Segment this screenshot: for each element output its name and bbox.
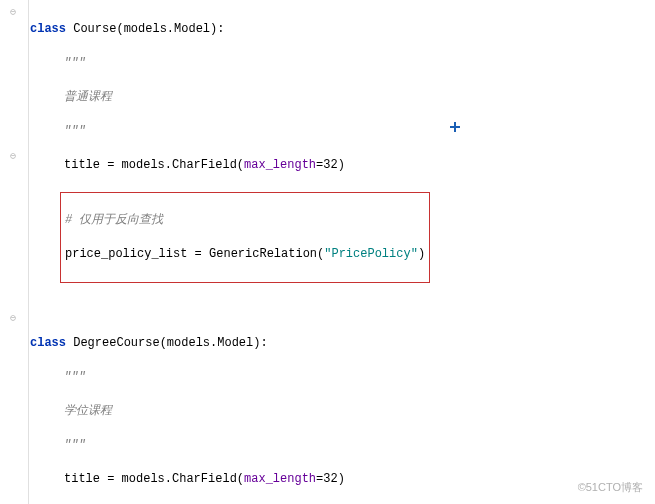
field-title: title = models.CharField(max_length=32) xyxy=(30,157,655,174)
class-decl-degreecourse: class DegreeCourse(models.Model): xyxy=(30,335,655,352)
watermark: ©51CTO博客 xyxy=(578,479,643,496)
docstring-degree: 学位课程 xyxy=(30,403,655,420)
docstring-quote: """ xyxy=(30,123,655,140)
fold-marker[interactable]: ⊖ xyxy=(10,310,16,327)
docstring-quote: """ xyxy=(30,437,655,454)
fold-marker[interactable]: ⊖ xyxy=(10,4,16,21)
code-editor[interactable]: class Course(models.Model): """ 普通课程 """… xyxy=(0,0,655,504)
field-price-policy-list: price_policy_list = GenericRelation("Pri… xyxy=(65,246,425,263)
fold-marker[interactable]: ⊖ xyxy=(10,148,16,165)
gutter: ⊖ ⊖ ⊖ xyxy=(0,0,29,504)
docstring-quote: """ xyxy=(30,55,655,72)
comment-reverse-lookup: # 仅用于反向查找 xyxy=(65,212,425,229)
class-decl-course: class Course(models.Model): xyxy=(30,21,655,38)
field-title: title = models.CharField(max_length=32) xyxy=(30,471,655,488)
docstring-quote: """ xyxy=(30,369,655,386)
docstring-course: 普通课程 xyxy=(30,89,655,106)
